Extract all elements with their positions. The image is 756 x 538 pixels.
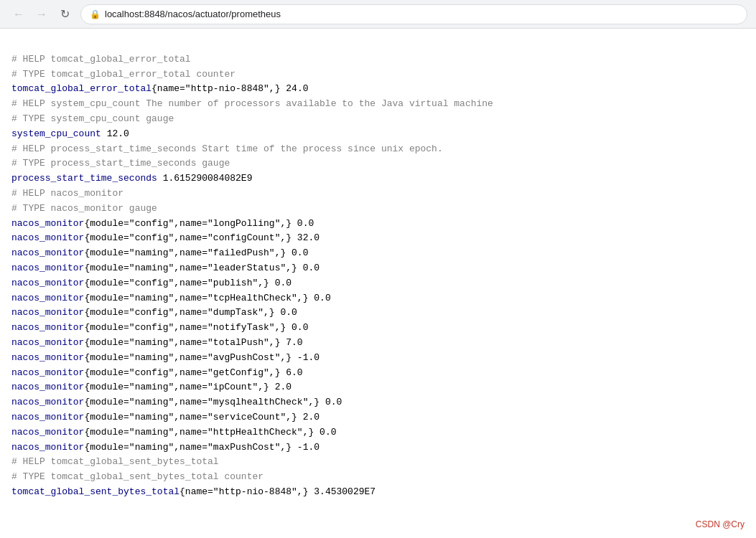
lock-icon: 🔒 — [90, 9, 101, 19]
reload-button[interactable]: ↻ — [55, 4, 75, 24]
content-line: tomcat_global_sent_bytes_total{name="htt… — [11, 485, 745, 500]
content-area: # HELP tomcat_global_error_total# TYPE t… — [0, 29, 756, 509]
content-line: # TYPE tomcat_global_sent_bytes_total co… — [11, 470, 745, 485]
content-line: # HELP tomcat_global_error_total — [11, 52, 745, 67]
content-line: # TYPE nacos_monitor gauge — [11, 202, 745, 217]
content-line: nacos_monitor{module="naming",name="http… — [11, 425, 745, 440]
content-line: nacos_monitor{module="naming",name="tcpH… — [11, 291, 745, 306]
content-line: # HELP system_cpu_count The number of pr… — [11, 97, 745, 112]
content-line: # TYPE system_cpu_count gauge — [11, 112, 745, 127]
url-text: localhost:8848/nacos/actuator/prometheus — [105, 9, 281, 19]
back-button[interactable]: ← — [9, 4, 29, 24]
content-line: nacos_monitor{module="config",name="dump… — [11, 306, 745, 321]
content-line: nacos_monitor{module="config",name="conf… — [11, 231, 745, 246]
nav-buttons: ← → ↻ — [9, 4, 75, 24]
content-line: nacos_monitor{module="naming",name="avgP… — [11, 351, 745, 366]
content-line: # TYPE process_start_time_seconds gauge — [11, 156, 745, 171]
content-line: # HELP tomcat_global_sent_bytes_total — [11, 455, 745, 470]
content-line: # TYPE tomcat_global_error_total counter — [11, 67, 745, 82]
content-line: nacos_monitor{module="config",name="publ… — [11, 276, 745, 291]
content-line: tomcat_global_error_total{name="http-nio… — [11, 82, 745, 97]
content-line: nacos_monitor{module="naming",name="mysq… — [11, 395, 745, 410]
address-bar[interactable]: 🔒 localhost:8848/nacos/actuator/promethe… — [80, 4, 747, 24]
browser-chrome: ← → ↻ 🔒 localhost:8848/nacos/actuator/pr… — [0, 0, 756, 29]
content-line: nacos_monitor{module="config",name="getC… — [11, 366, 745, 381]
content-line: nacos_monitor{module="naming",name="lead… — [11, 261, 745, 276]
content-line: nacos_monitor{module="naming",name="fail… — [11, 246, 745, 261]
content-line: # HELP nacos_monitor — [11, 187, 745, 202]
content-line: nacos_monitor{module="naming",name="maxP… — [11, 440, 745, 456]
content-line: nacos_monitor{module="naming",name="serv… — [11, 410, 745, 425]
content-line: nacos_monitor{module="naming",name="ipCo… — [11, 380, 745, 395]
content-line: nacos_monitor{module="config",name="noti… — [11, 321, 745, 336]
content-line: nacos_monitor{module="naming",name="tota… — [11, 336, 745, 351]
content-line: # HELP process_start_time_seconds Start … — [11, 142, 745, 157]
forward-button[interactable]: → — [32, 4, 52, 24]
content-line: process_start_time_seconds 1.61529008408… — [11, 171, 745, 187]
content-line: nacos_monitor{module="config",name="long… — [11, 217, 745, 232]
content-line: system_cpu_count 12.0 — [11, 127, 745, 142]
